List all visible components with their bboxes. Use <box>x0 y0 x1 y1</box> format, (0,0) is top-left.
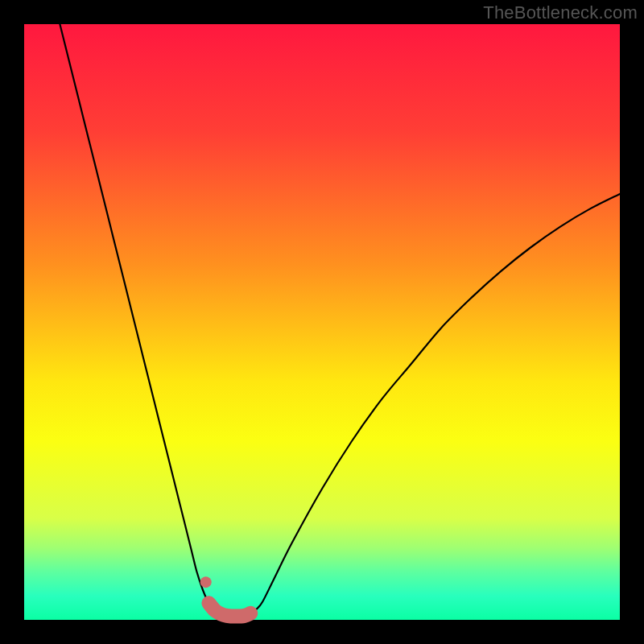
main-curve <box>60 24 620 617</box>
watermark-text: TheBottleneck.com <box>483 2 638 23</box>
chart-frame: TheBottleneck.com <box>0 0 644 644</box>
valley-highlight <box>208 603 250 616</box>
chart-curve-layer <box>24 24 620 620</box>
marker-dot <box>200 576 212 588</box>
